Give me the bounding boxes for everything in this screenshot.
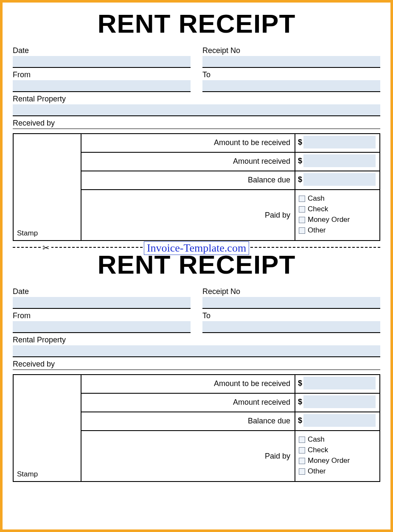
label-rental-property: Rental Property bbox=[13, 336, 380, 344]
option-label-other: Other bbox=[308, 226, 326, 235]
field-date: Date bbox=[13, 46, 191, 68]
label-stamp: Stamp bbox=[17, 470, 38, 478]
field-received-by: Received by bbox=[13, 119, 380, 129]
currency-symbol: $ bbox=[297, 175, 303, 184]
label-balance-due: Balance due bbox=[81, 412, 295, 431]
receipt-top: RENT RECEIPT Date Receipt No From To Ren… bbox=[13, 8, 380, 241]
field-from: From bbox=[13, 70, 191, 92]
option-check[interactable]: Check bbox=[299, 446, 376, 454]
label-amount-to-be-received: Amount to be received bbox=[81, 375, 295, 393]
checkbox-icon bbox=[299, 227, 305, 234]
scissors-icon: ✂ bbox=[41, 243, 51, 253]
amount-table: Stamp Amount to be received $ Amount rec… bbox=[13, 133, 380, 241]
page-frame: RENT RECEIPT Date Receipt No From To Ren… bbox=[0, 0, 393, 532]
label-received-by: Received by bbox=[13, 119, 380, 128]
option-other[interactable]: Other bbox=[299, 226, 376, 235]
checkbox-icon bbox=[299, 206, 305, 213]
input-amount-to-be-received[interactable] bbox=[303, 377, 376, 389]
option-label-money-order: Money Order bbox=[308, 456, 350, 465]
cell-amount-to-be-received: $ bbox=[295, 375, 380, 393]
checkbox-icon bbox=[299, 458, 305, 464]
cut-divider: ✂ Invoice-Template.com bbox=[13, 247, 380, 248]
input-receipt-no[interactable] bbox=[202, 297, 380, 309]
label-amount-received: Amount received bbox=[81, 393, 295, 412]
line-received-by bbox=[13, 370, 380, 370]
option-other[interactable]: Other bbox=[299, 467, 376, 476]
currency-symbol: $ bbox=[297, 416, 303, 425]
label-to: To bbox=[202, 70, 380, 79]
option-label-money-order: Money Order bbox=[308, 216, 350, 224]
checkbox-icon bbox=[299, 217, 305, 223]
paid-by-options: Cash Check Money Order Other bbox=[295, 431, 380, 482]
checkbox-icon bbox=[299, 196, 305, 202]
option-label-cash: Cash bbox=[308, 194, 325, 203]
label-date: Date bbox=[13, 287, 191, 296]
stamp-cell: Stamp bbox=[13, 134, 81, 241]
currency-symbol: $ bbox=[297, 379, 303, 388]
label-amount-received: Amount received bbox=[81, 152, 295, 171]
field-date: Date bbox=[13, 287, 191, 309]
label-stamp: Stamp bbox=[17, 229, 38, 237]
option-label-check: Check bbox=[308, 205, 328, 213]
checkbox-icon bbox=[299, 437, 305, 443]
receipt-bottom: RENT RECEIPT Date Receipt No From To Ren… bbox=[13, 249, 380, 482]
field-receipt-no: Receipt No bbox=[202, 46, 380, 68]
label-receipt-no: Receipt No bbox=[202, 46, 380, 55]
input-amount-to-be-received[interactable] bbox=[303, 136, 376, 148]
label-from: From bbox=[13, 311, 191, 320]
currency-symbol: $ bbox=[297, 398, 303, 406]
label-date: Date bbox=[13, 46, 191, 55]
line-received-by bbox=[13, 129, 380, 129]
input-balance-due[interactable] bbox=[303, 414, 376, 427]
input-balance-due[interactable] bbox=[303, 173, 376, 186]
field-rental-property: Rental Property bbox=[13, 336, 380, 357]
field-to: To bbox=[202, 70, 380, 92]
label-receipt-no: Receipt No bbox=[202, 287, 380, 296]
input-receipt-no[interactable] bbox=[202, 56, 380, 68]
paid-by-options: Cash Check Money Order Other bbox=[295, 190, 380, 241]
label-amount-to-be-received: Amount to be received bbox=[81, 134, 295, 152]
currency-symbol: $ bbox=[297, 138, 303, 147]
label-from: From bbox=[13, 70, 191, 79]
input-amount-received[interactable] bbox=[303, 154, 376, 167]
label-paid-by: Paid by bbox=[81, 431, 295, 482]
option-money-order[interactable]: Money Order bbox=[299, 216, 376, 224]
option-check[interactable]: Check bbox=[299, 205, 376, 213]
cell-amount-received: $ bbox=[295, 393, 380, 412]
input-amount-received[interactable] bbox=[303, 395, 376, 408]
input-to[interactable] bbox=[202, 321, 380, 333]
field-to: To bbox=[202, 311, 380, 333]
cell-balance-due: $ bbox=[295, 412, 380, 431]
label-rental-property: Rental Property bbox=[13, 95, 380, 104]
field-rental-property: Rental Property bbox=[13, 95, 380, 116]
cell-amount-received: $ bbox=[295, 152, 380, 171]
checkbox-icon bbox=[299, 447, 305, 454]
checkbox-icon bbox=[299, 468, 305, 475]
input-from[interactable] bbox=[13, 321, 191, 333]
input-to[interactable] bbox=[202, 80, 380, 92]
option-label-cash: Cash bbox=[308, 435, 325, 444]
input-rental-property[interactable] bbox=[13, 104, 380, 116]
field-received-by: Received by bbox=[13, 360, 380, 370]
label-received-by: Received by bbox=[13, 360, 380, 369]
watermark-link[interactable]: Invoice-Template.com bbox=[144, 241, 249, 255]
cell-amount-to-be-received: $ bbox=[295, 134, 380, 152]
cell-balance-due: $ bbox=[295, 171, 380, 190]
receipt-title: RENT RECEIPT bbox=[13, 8, 380, 39]
option-label-check: Check bbox=[308, 446, 328, 454]
input-rental-property[interactable] bbox=[13, 345, 380, 357]
input-from[interactable] bbox=[13, 80, 191, 92]
label-balance-due: Balance due bbox=[81, 171, 295, 190]
stamp-cell: Stamp bbox=[13, 375, 81, 482]
option-label-other: Other bbox=[308, 467, 326, 476]
label-paid-by: Paid by bbox=[81, 190, 295, 241]
input-date[interactable] bbox=[13, 56, 191, 68]
input-date[interactable] bbox=[13, 297, 191, 309]
option-money-order[interactable]: Money Order bbox=[299, 456, 376, 465]
field-receipt-no: Receipt No bbox=[202, 287, 380, 309]
option-cash[interactable]: Cash bbox=[299, 194, 376, 203]
label-to: To bbox=[202, 311, 380, 320]
field-from: From bbox=[13, 311, 191, 333]
option-cash[interactable]: Cash bbox=[299, 435, 376, 444]
currency-symbol: $ bbox=[297, 157, 303, 165]
